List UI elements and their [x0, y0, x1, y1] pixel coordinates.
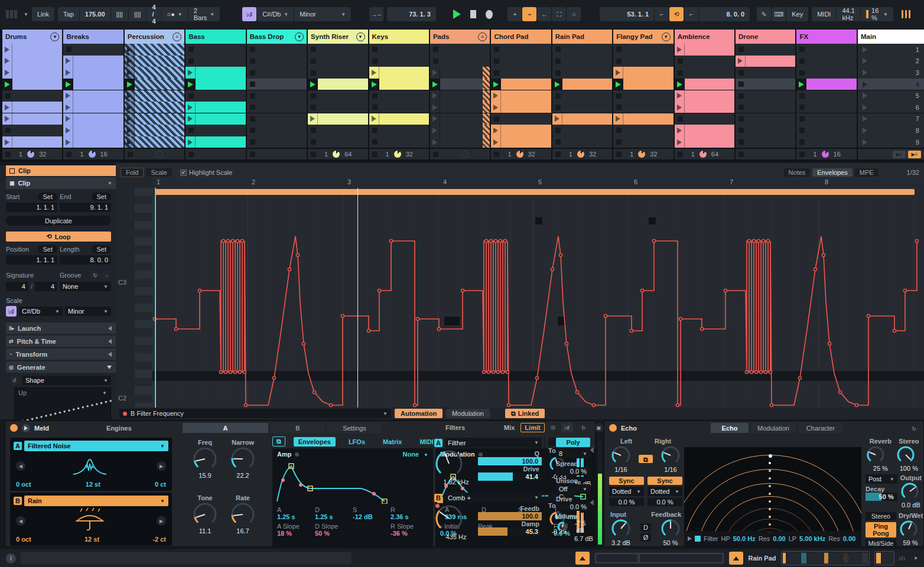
clip-slot[interactable] — [675, 90, 734, 102]
clip-slot[interactable] — [675, 125, 734, 136]
time-signature-field[interactable]: 4 / 4 — [147, 7, 161, 21]
clip-slot[interactable] — [125, 90, 184, 102]
filter-a-drive[interactable]: 41.4 — [478, 472, 542, 481]
clip-slot[interactable] — [613, 125, 673, 136]
clip-slot[interactable] — [247, 79, 307, 90]
loop-brace[interactable] — [155, 189, 915, 195]
clip-slot[interactable] — [63, 125, 123, 136]
clip-activator-checkbox[interactable] — [9, 168, 15, 174]
clip-section-header[interactable]: ▣Clip▼ — [6, 177, 116, 189]
clip-slot[interactable] — [736, 113, 795, 125]
engine-a-menu[interactable]: Filtered Noise▼ — [24, 441, 168, 451]
echo-tab-echo[interactable]: Echo — [711, 423, 749, 433]
clip-scale-name-menu[interactable]: Minor▼ — [65, 307, 111, 316]
clip-slot[interactable] — [2, 102, 62, 113]
midside-mode-button[interactable]: Mid/Side — [866, 539, 896, 548]
clip-stop-button-breaks[interactable]: 116 — [63, 149, 123, 159]
clip-slot[interactable] — [125, 113, 184, 125]
spread-field[interactable]: 0.0 % — [556, 467, 590, 475]
automation-tab[interactable]: Automation — [395, 409, 443, 418]
echo-right-offset-field[interactable]: 0.0 % — [648, 498, 682, 506]
filter-a-badge[interactable]: A — [434, 439, 443, 447]
engine-b-oct[interactable]: 0 oct — [16, 536, 31, 543]
clip-slot[interactable] — [125, 102, 184, 113]
clip-slot[interactable] — [675, 67, 734, 78]
clip-stop-button-ambience[interactable]: 164 — [675, 149, 734, 159]
scene-slot[interactable]: 4 — [858, 79, 924, 90]
clip-slot[interactable] — [491, 113, 551, 125]
tempo-field[interactable]: 175.00 — [80, 7, 110, 21]
reverb-position-menu[interactable]: Post▼ — [866, 474, 897, 484]
echo-link-button[interactable]: ⧉ — [639, 455, 653, 463]
scene-controls[interactable]: ▶‖▶≡ — [858, 149, 924, 159]
echo-input-value[interactable]: 3.2 dB — [610, 539, 632, 546]
clip-slot[interactable] — [63, 136, 123, 148]
track-header-keys[interactable]: Keys — [369, 30, 429, 44]
filter-b-freq[interactable]: 435 Hz — [434, 533, 478, 540]
clip-slot[interactable] — [2, 44, 62, 55]
clip-slot[interactable] — [247, 125, 307, 136]
computer-midi-keyboard-icon[interactable]: ⌨ — [772, 7, 786, 21]
capture-midi-icon[interactable]: ⛶ — [552, 7, 566, 21]
scene-slot[interactable]: 9 — [858, 136, 924, 148]
clip-stop-button-rain-pad[interactable]: 132 — [552, 149, 612, 159]
clip-slot[interactable] — [491, 102, 551, 113]
track-header-breaks[interactable]: Breaks — [63, 30, 123, 44]
clip-slot[interactable] — [247, 90, 307, 102]
clip-stop-button-drone[interactable] — [736, 149, 795, 159]
clip-slot[interactable] — [675, 56, 734, 67]
loop-icon[interactable]: ⟲ — [669, 7, 684, 21]
track-header-fx[interactable]: FX — [796, 30, 856, 44]
voice-count-menu[interactable]: 8▼ — [556, 449, 590, 458]
clip-slot[interactable] — [430, 136, 490, 148]
mix-a-handle-icon[interactable] — [590, 447, 594, 453]
engine-a-badge[interactable]: A — [14, 442, 22, 450]
echo-left-offset-field[interactable]: 0.0 % — [609, 498, 644, 506]
shape-menu[interactable]: Shape▼ — [22, 376, 111, 385]
grid-value-label[interactable]: 1/32 — [907, 169, 919, 176]
amp-d-slope[interactable]: 50 % — [315, 530, 353, 537]
engine-b-menu[interactable]: Rain▼ — [24, 496, 168, 506]
clip-slot[interactable] — [491, 44, 551, 55]
amp-a-slope[interactable]: 18 % — [277, 530, 315, 537]
clip-slot[interactable] — [675, 136, 734, 148]
drywet-value[interactable]: 59 % — [899, 539, 922, 546]
track-fold-icon[interactable]: ▼ — [356, 32, 365, 41]
clip-slot[interactable] — [613, 113, 673, 125]
tab-notes[interactable]: Notes — [784, 168, 811, 177]
engine-b-cent[interactable]: -2 ct — [152, 536, 166, 543]
punch-out-icon[interactable]: ⌐ — [684, 7, 698, 21]
clip-stop-button-bass-drop[interactable] — [247, 149, 307, 159]
clip-slot[interactable] — [796, 125, 856, 136]
echo-power-button[interactable] — [609, 424, 617, 432]
clip-slot[interactable] — [796, 136, 856, 148]
echo-left-sync-button[interactable]: Sync — [609, 477, 644, 485]
echo-lp-res[interactable]: 0.00 — [843, 535, 855, 542]
clip-stop-button-flangy-pad[interactable]: 132 — [613, 149, 673, 159]
clip-slot[interactable] — [491, 79, 551, 90]
clip-slot[interactable] — [552, 56, 612, 67]
track-menu-icon[interactable]: ≡ — [173, 32, 181, 41]
clip-stop-button-keys[interactable]: 132 — [369, 149, 429, 159]
clip-slot[interactable] — [796, 67, 856, 78]
track-header-rain-pad[interactable]: Rain Pad — [552, 30, 612, 44]
amp-sustain[interactable]: -12 dB — [353, 513, 391, 520]
engine-b-prev-icon[interactable]: ◀ — [16, 516, 25, 526]
clip-slot[interactable] — [125, 125, 184, 136]
arrangement-position-field[interactable]: 73. 1. 3 — [387, 7, 436, 21]
amp-attack[interactable]: 1.25 s — [277, 513, 315, 520]
echo-left-mode-menu[interactable]: Dotted▼ — [609, 487, 644, 496]
clip-slot[interactable] — [796, 102, 856, 113]
clip-slot[interactable] — [125, 136, 184, 148]
loop-start-field[interactable]: 53. 1. 1 — [600, 7, 654, 21]
scene-slot[interactable]: 1 — [858, 44, 924, 55]
echo-hp-freq[interactable]: 50.0 Hz — [733, 535, 756, 542]
env-link-icon[interactable]: ⧉ — [272, 436, 285, 447]
volume-knob[interactable] — [556, 520, 569, 533]
clip-slot[interactable] — [552, 102, 612, 113]
track-header-percussion[interactable]: Percussion≡ — [125, 30, 184, 44]
tab-b[interactable]: B — [271, 423, 325, 433]
echo-feedback-value[interactable]: 50 % — [660, 539, 681, 546]
filter-b-type-menu[interactable]: Comb +▼ — [445, 493, 542, 503]
filter-b-badge[interactable]: B — [434, 494, 443, 502]
